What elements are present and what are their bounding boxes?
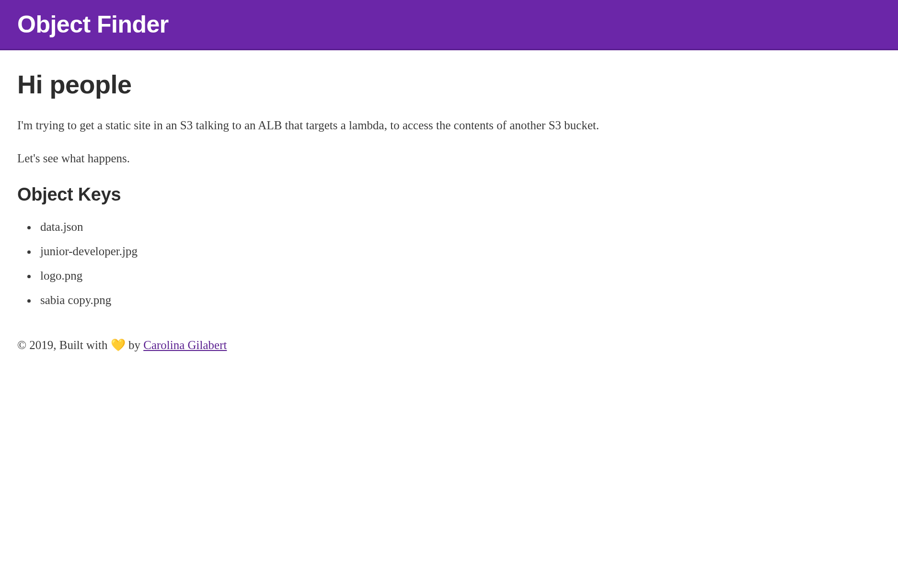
list-item: sabia copy.png — [37, 292, 881, 308]
heart-icon: 💛 — [111, 338, 126, 352]
site-footer: © 2019, Built with 💛 by Carolina Gilaber… — [0, 338, 898, 369]
site-header: Object Finder — [0, 0, 898, 50]
author-link[interactable]: Carolina Gilabert — [143, 339, 227, 351]
footer-copyright: © 2019, Built with — [17, 339, 111, 351]
site-title: Object Finder — [17, 11, 881, 38]
page-greeting: Hi people — [17, 69, 881, 99]
main-content: Hi people I'm trying to get a static sit… — [0, 50, 898, 338]
footer-by: by — [126, 339, 144, 351]
intro-paragraph-1: I'm trying to get a static site in an S3… — [17, 116, 881, 135]
object-keys-heading: Object Keys — [17, 184, 881, 205]
list-item: data.json — [37, 218, 881, 235]
list-item: logo.png — [37, 267, 881, 284]
intro-paragraph-2: Let's see what happens. — [17, 149, 881, 168]
list-item: junior-developer.jpg — [37, 243, 881, 260]
object-keys-list: data.json junior-developer.jpg logo.png … — [17, 218, 881, 308]
